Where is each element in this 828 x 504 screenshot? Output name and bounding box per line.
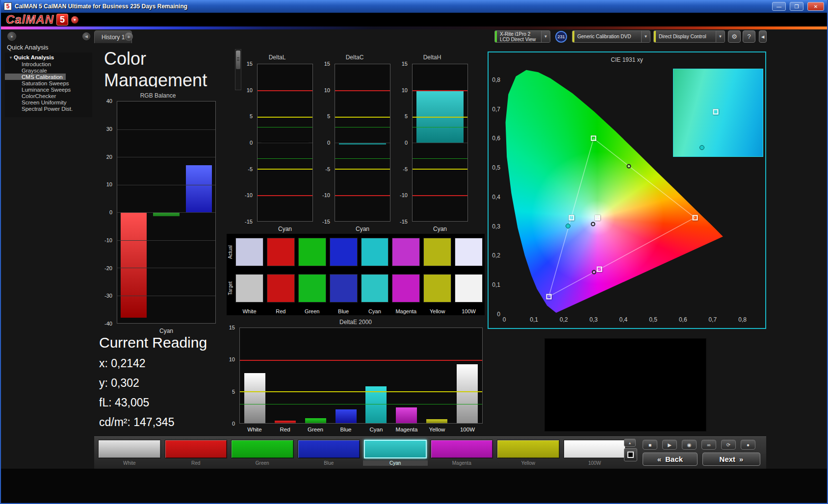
display-control-dropdown[interactable]: Direct Display Control ▼ bbox=[653, 30, 725, 43]
chart-title: RGB Balance bbox=[99, 92, 217, 99]
sidebar-item-grayscale[interactable]: Grayscale bbox=[5, 67, 92, 74]
pattern-swatch-red[interactable] bbox=[165, 440, 228, 458]
close-button[interactable]: ✕ bbox=[807, 2, 824, 11]
cie-x-tick: 0,7 bbox=[709, 316, 717, 323]
axis-tick-label: 5 bbox=[238, 113, 253, 119]
x-category-label: Red bbox=[270, 427, 300, 435]
reference-line bbox=[335, 158, 390, 159]
swatch-comparison-panel: Actual Target WhiteRedGreenBlueCyanMagen… bbox=[227, 234, 485, 315]
gridline bbox=[413, 143, 467, 143]
gridline bbox=[117, 240, 215, 241]
pattern-up-button[interactable]: ▲ bbox=[624, 439, 636, 447]
loop-button[interactable]: ∞ bbox=[701, 440, 716, 450]
pattern-swatch-blue[interactable] bbox=[298, 440, 361, 458]
help-button[interactable]: ? bbox=[743, 30, 755, 43]
pattern-slot-white[interactable]: White bbox=[97, 440, 162, 467]
panel-collapse-button[interactable]: ◂ bbox=[759, 30, 767, 43]
x-axis-label: Cyan bbox=[335, 226, 390, 232]
pattern-slot-green[interactable]: Green bbox=[230, 440, 295, 467]
cie-title: CIE 1931 xy bbox=[489, 56, 765, 63]
axis-tick-label: 5 bbox=[393, 113, 408, 119]
pattern-swatch-cyan[interactable] bbox=[364, 440, 427, 458]
reading-y: y: 0,302 bbox=[99, 377, 139, 390]
sidebar-item-colorchecker[interactable]: ColorChecker bbox=[5, 93, 92, 99]
cie-x-tick: 0,1 bbox=[530, 316, 538, 323]
settings-button[interactable]: ⚙ bbox=[728, 30, 741, 43]
refresh-button[interactable]: ⟳ bbox=[721, 440, 736, 450]
x-category-label: Magenta bbox=[391, 427, 422, 435]
delta-e-2000-bar-red bbox=[275, 421, 296, 423]
pattern-slot-red[interactable]: Red bbox=[164, 440, 229, 467]
cie-x-tick: 0,4 bbox=[619, 316, 627, 323]
pattern-bar: WhiteRedGreenBlueCyanMagentaYellow100W ▲… bbox=[94, 436, 766, 469]
reference-line bbox=[335, 195, 390, 196]
target-row-label: Target bbox=[228, 274, 234, 302]
play-button[interactable]: ▶ bbox=[662, 440, 677, 450]
chevron-down-icon[interactable]: ▼ bbox=[641, 31, 650, 42]
swatch-column-label: Cyan bbox=[361, 308, 389, 314]
pattern-swatch-magenta[interactable] bbox=[431, 440, 493, 458]
pattern-swatch-yellow[interactable] bbox=[497, 440, 560, 458]
swatch-column-label: 100W bbox=[455, 308, 483, 314]
sidebar-item-introduction[interactable]: Introduction bbox=[5, 61, 92, 67]
bottom-margin bbox=[1, 469, 827, 503]
add-tab-button[interactable]: + bbox=[125, 32, 133, 41]
x-axis-label: Cyan bbox=[412, 226, 468, 232]
chart-title: DeltaC bbox=[318, 54, 391, 61]
pattern-window-button[interactable] bbox=[624, 448, 637, 461]
x-category-label: White bbox=[239, 427, 270, 435]
rgb-balance-chart: RGB Balance -40-30-20-10010203040Cyan bbox=[99, 92, 217, 337]
restore-button[interactable]: ❐ bbox=[790, 2, 803, 11]
reference-line bbox=[258, 117, 312, 118]
next-button[interactable]: Next » bbox=[702, 453, 760, 466]
reading-cdm2: cd/m²: 147,345 bbox=[99, 416, 174, 429]
actual-swatch-cyan bbox=[361, 238, 389, 266]
actual-row-label: Actual bbox=[228, 238, 234, 266]
axis-tick-label: 10 bbox=[224, 356, 235, 362]
stop-button[interactable]: ■ bbox=[643, 440, 657, 450]
pattern-swatch-100w[interactable] bbox=[564, 440, 626, 458]
record-button[interactable]: ◉ bbox=[682, 440, 697, 450]
sidebar-item-spectral-power-dist[interactable]: Spectral Power Dist. bbox=[5, 105, 92, 112]
swatch-column-label: Yellow bbox=[423, 308, 451, 314]
sidebar-item-cms-calibration[interactable]: CMS Calibration bbox=[5, 74, 66, 80]
expander-icon[interactable]: ▾ bbox=[10, 55, 12, 60]
back-button[interactable]: « Back bbox=[643, 453, 698, 466]
pattern-slot-cyan[interactable]: Cyan bbox=[363, 440, 428, 467]
status-button[interactable]: ● bbox=[741, 440, 755, 450]
axis-tick-label: 30 bbox=[97, 126, 112, 132]
chevron-down-icon[interactable]: ▼ bbox=[541, 31, 550, 42]
pattern-slot-magenta[interactable]: Magenta bbox=[430, 440, 494, 467]
reference-line bbox=[413, 158, 467, 159]
sidebar-item-luminance-sweeps[interactable]: Luminance Sweeps bbox=[5, 86, 92, 93]
meter-dropdown[interactable]: X-Rite i1Pro 2 LCD Direct View ▼ bbox=[494, 30, 550, 43]
sidebar-collapse-button[interactable]: ◀ bbox=[82, 32, 90, 40]
app-icon: 5 bbox=[4, 2, 12, 10]
pattern-swatch-green[interactable] bbox=[231, 440, 294, 458]
source-dropdown[interactable]: Generic Calibration DVD ▼ bbox=[572, 30, 650, 43]
pattern-slot-100w[interactable]: 100W bbox=[563, 440, 627, 467]
tree-root-quick-analysis[interactable]: ▾ Quick Analysis bbox=[5, 54, 92, 61]
pattern-slot-blue[interactable]: Blue bbox=[297, 440, 362, 467]
target-swatch-white bbox=[235, 274, 263, 302]
x-category-label: Green bbox=[300, 427, 331, 435]
workflow-options-button[interactable]: ● bbox=[7, 32, 16, 41]
cie-y-tick: 0,6 bbox=[487, 135, 500, 142]
x-axis-label: Cyan bbox=[117, 328, 216, 334]
axis-tick-label: -10 bbox=[315, 192, 330, 198]
calman-logo: CalMAN bbox=[6, 14, 54, 25]
cie-y-tick: 0,1 bbox=[487, 281, 500, 288]
pattern-slot-yellow[interactable]: Yellow bbox=[496, 440, 561, 467]
chevron-down-icon[interactable]: ▼ bbox=[716, 31, 724, 42]
gridline bbox=[258, 143, 312, 143]
cie-marker-magenta-target bbox=[597, 266, 602, 272]
minimize-button[interactable]: — bbox=[772, 2, 786, 11]
x-axis-label: Cyan bbox=[257, 226, 313, 232]
logo-menu-caret-icon[interactable]: ▼ bbox=[71, 16, 78, 24]
sidebar-item-screen-uniformity[interactable]: Screen Uniformity bbox=[5, 99, 92, 105]
cie-marker-cyan-target bbox=[569, 215, 574, 221]
pattern-swatch-white[interactable] bbox=[98, 440, 161, 458]
axis-tick-label: -30 bbox=[97, 293, 112, 299]
sidebar-item-saturation-sweeps[interactable]: Saturation Sweeps bbox=[5, 80, 92, 86]
axis-tick-label: 10 bbox=[393, 87, 408, 93]
